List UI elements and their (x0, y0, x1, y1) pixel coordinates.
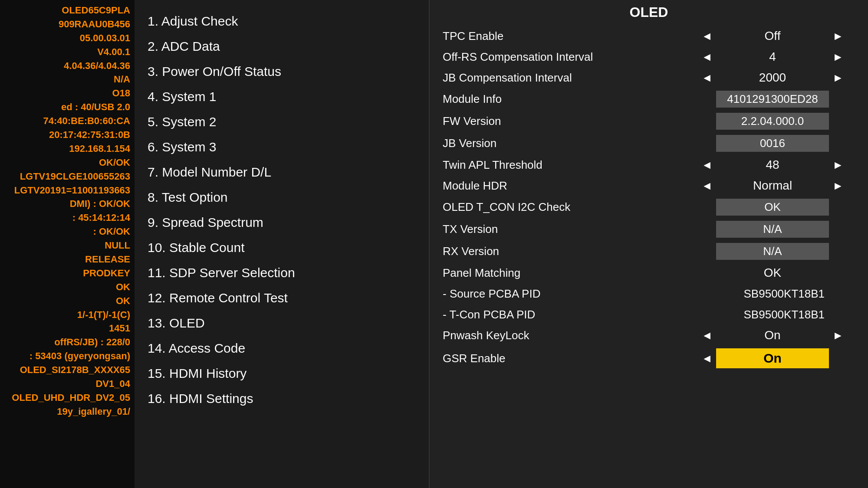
menu-item-6[interactable]: 6. System 3 (148, 134, 416, 160)
twin-apl-left-arrow[interactable]: ◄ (698, 158, 716, 172)
diag-line28: 19y_igallery_01/ (4, 405, 130, 419)
setting-jb-version: JB Version 0016 (443, 132, 855, 154)
rx-version-value-container: N/A (690, 243, 855, 260)
panel-matching-value: OK (716, 266, 829, 280)
diag-line8: 74:40:BE:B0:60:CA (4, 114, 130, 128)
tcon-i2c-value: OK (716, 199, 829, 216)
source-pcba-value-container: SB9500KT18B1 (690, 287, 855, 301)
diag-line14: DMI) : OK/OK (4, 197, 130, 211)
offrs-interval-value: 4 (716, 50, 829, 64)
jb-left-arrow[interactable]: ◄ (698, 71, 716, 85)
setting-offrs-interval: Off-RS Compensation Interval ◄ 4 ► (443, 46, 855, 67)
diag-line6: O18 (4, 86, 130, 100)
offrs-left-arrow[interactable]: ◄ (698, 50, 716, 64)
jb-right-arrow[interactable]: ► (829, 71, 847, 85)
jb-interval-value: 2000 (716, 71, 829, 85)
module-info-value: 4101291300ED28 (716, 91, 829, 108)
twin-apl-value-container: ◄ 48 ► (690, 158, 855, 172)
fw-version-label: FW Version (443, 115, 690, 128)
twin-apl-right-arrow[interactable]: ► (829, 158, 847, 172)
source-pcba-label: - Source PCBA PID (443, 287, 690, 301)
menu-item-13[interactable]: 13. OLED (148, 311, 416, 336)
tpc-enable-left-arrow[interactable]: ◄ (698, 29, 716, 43)
module-hdr-label: Module HDR (443, 179, 690, 193)
jb-interval-value-container: ◄ 2000 ► (690, 71, 855, 85)
tx-version-value-container: N/A (690, 221, 855, 238)
gsr-left-arrow[interactable]: ◄ (698, 352, 716, 365)
source-pcba-value: SB9500KT18B1 (716, 287, 829, 301)
offrs-interval-value-container: ◄ 4 ► (690, 50, 855, 64)
diag-line27: DV1_04 OLED_UHD_HDR_DV2_05 (4, 377, 130, 405)
menu-item-10[interactable]: 10. Stable Count (148, 235, 416, 260)
settings-panel: OLED TPC Enable ◄ Off ► Off-RS Compensat… (430, 0, 868, 488)
diag-line1: 909RAAU0B456 (4, 17, 130, 31)
tpc-enable-value: Off (716, 29, 829, 43)
tx-version-value: N/A (716, 221, 829, 238)
setting-pnwash-keylock: Pnwash KeyLock ◄ On ► (443, 325, 855, 346)
setting-source-pcba: - Source PCBA PID SB9500KT18B1 (443, 283, 855, 304)
diag-line25: : 53403 (gyeryongsan) (4, 349, 130, 363)
diag-line3: V4.00.1 (4, 45, 130, 59)
tcon-pcba-label: - T-Con PCBA PID (443, 308, 690, 321)
diag-line16: : OK/OK (4, 225, 130, 239)
setting-tx-version: TX Version N/A (443, 218, 855, 240)
diag-line17: NULL (4, 239, 130, 252)
jb-version-value-container: 0016 (690, 135, 855, 152)
pnwash-right-arrow[interactable]: ► (829, 329, 847, 342)
module-hdr-left-arrow[interactable]: ◄ (698, 179, 716, 193)
diag-line18: RELEASE (4, 252, 130, 266)
menu-item-14[interactable]: 14. Access Code (148, 336, 416, 361)
menu-item-7[interactable]: 7. Model Number D/L (148, 160, 416, 185)
offrs-right-arrow[interactable]: ► (829, 50, 847, 64)
menu-item-4[interactable]: 4. System 1 (148, 84, 416, 109)
menu-item-9[interactable]: 9. Spread Spectrum (148, 210, 416, 235)
setting-module-info: Module Info 4101291300ED28 (443, 88, 855, 110)
diag-line24: offRS/JB) : 228/0 (4, 335, 130, 349)
diag-line5: N/A (4, 72, 130, 86)
setting-tcon-i2c: OLED T_CON I2C Check OK (443, 196, 855, 218)
setting-twin-apl: Twin APL Threshold ◄ 48 ► (443, 154, 855, 175)
diag-line11: OK/OK (4, 156, 130, 170)
tcon-pcba-value: SB9500KT18B1 (716, 308, 829, 321)
menu-item-1[interactable]: 1. Adjust Check (148, 9, 416, 34)
setting-fw-version: FW Version 2.2.04.000.0 (443, 110, 855, 132)
menu-item-16[interactable]: 16. HDMI Settings (148, 386, 416, 411)
diag-line22: 1/-1(T)/-1(C) (4, 308, 130, 322)
menu-item-2[interactable]: 2. ADC Data (148, 34, 416, 59)
menu-item-15[interactable]: 15. HDMI History (148, 361, 416, 386)
diag-line13: LGTV20191=11001193663 (4, 183, 130, 197)
module-info-value-container: 4101291300ED28 (690, 91, 855, 108)
tpc-enable-label: TPC Enable (443, 29, 690, 43)
menu-item-8[interactable]: 8. Test Option (148, 185, 416, 210)
rx-version-value: N/A (716, 243, 829, 260)
tpc-enable-right-arrow[interactable]: ► (829, 29, 847, 43)
diag-line15: : 45:14:12:14 (4, 211, 130, 225)
pnwash-keylock-value: On (716, 328, 829, 342)
setting-tcon-pcba: - T-Con PCBA PID SB9500KT18B1 (443, 304, 855, 325)
tcon-i2c-value-container: OK (690, 199, 855, 216)
pnwash-keylock-label: Pnwash KeyLock (443, 329, 690, 342)
menu-item-3[interactable]: 3. Power On/Off Status (148, 59, 416, 84)
pnwash-left-arrow[interactable]: ◄ (698, 329, 716, 342)
menu-panel: 1. Adjust Check 2. ADC Data 3. Power On/… (135, 0, 430, 488)
settings-title: OLED (443, 4, 855, 20)
twin-apl-label: Twin APL Threshold (443, 158, 690, 172)
diag-line4: 4.04.36/4.04.36 (4, 59, 130, 73)
twin-apl-value: 48 (716, 158, 829, 172)
diag-line7: ed : 40/USB 2.0 (4, 100, 130, 114)
gsr-enable-label: GSR Enable (443, 352, 690, 365)
module-hdr-right-arrow[interactable]: ► (829, 179, 847, 193)
diag-line26: OLED_SI2178B_XXXX65 (4, 363, 130, 377)
gsr-enable-value-container: ◄ On ► (690, 348, 855, 368)
setting-rx-version: RX Version N/A (443, 240, 855, 262)
fw-version-value: 2.2.04.000.0 (716, 113, 829, 130)
setting-panel-matching: Panel Matching OK (443, 262, 855, 283)
tcon-i2c-label: OLED T_CON I2C Check (443, 200, 690, 214)
menu-item-5[interactable]: 5. System 2 (148, 109, 416, 134)
panel-matching-value-container: OK (690, 266, 855, 280)
module-hdr-value-container: ◄ Normal ► (690, 179, 855, 193)
setting-tpc-enable: TPC Enable ◄ Off ► (443, 26, 855, 46)
menu-item-11[interactable]: 11. SDP Server Selection (148, 260, 416, 285)
menu-item-12[interactable]: 12. Remote Control Test (148, 285, 416, 311)
setting-jb-interval: JB Compensation Interval ◄ 2000 ► (443, 67, 855, 88)
